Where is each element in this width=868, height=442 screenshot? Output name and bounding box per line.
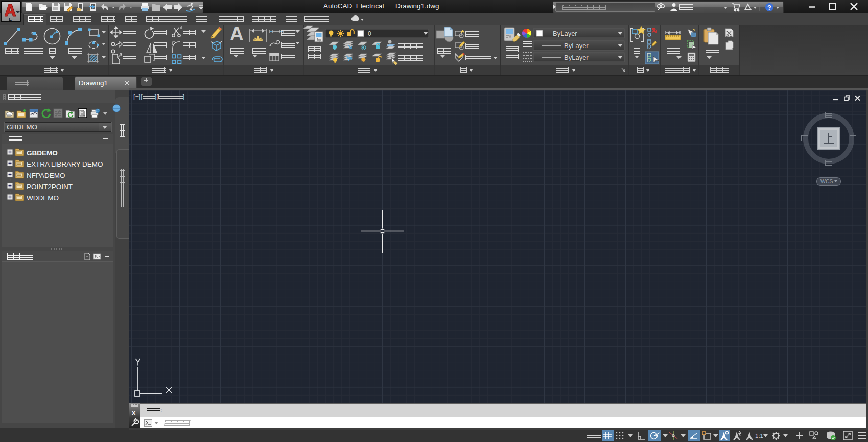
svg-text:ByLayer: ByLayer — [564, 42, 589, 50]
svg-text:1:1: 1:1 — [755, 433, 763, 439]
svg-text:ByLayer: ByLayer — [553, 30, 577, 37]
svg-text:E: E — [9, 17, 12, 22]
svg-text:ByLayer: ByLayer — [564, 54, 589, 61]
svg-text:0: 0 — [368, 30, 371, 37]
svg-text:?: ? — [767, 4, 771, 11]
